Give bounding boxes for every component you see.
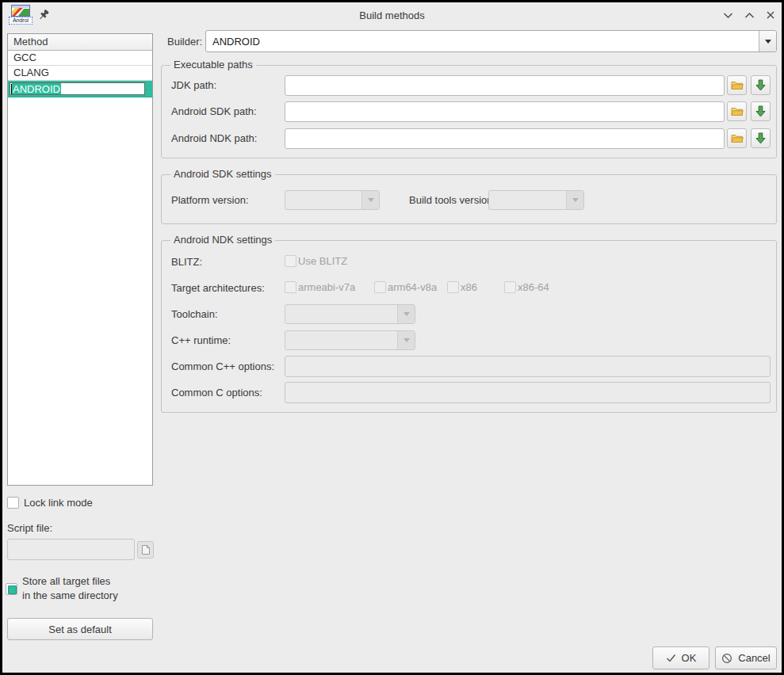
common-c-options-input[interactable] (285, 382, 771, 403)
chevron-down-icon (397, 305, 415, 323)
android-sdk-path-browse-button[interactable] (727, 101, 747, 121)
method-name-editor[interactable]: ANDROID (10, 82, 145, 95)
method-list: Method GCC CLANG ANDROID (7, 33, 153, 486)
folder-icon (731, 106, 744, 116)
chevron-down-icon (361, 191, 379, 209)
method-name-selected-text: ANDROID (12, 83, 61, 95)
green-down-arrow-icon (755, 132, 766, 144)
ok-button[interactable]: OK (652, 646, 709, 669)
toolchain-label: Toolchain: (171, 308, 218, 320)
jdk-path-browse-button[interactable] (727, 75, 747, 95)
script-file-input[interactable] (7, 539, 135, 560)
folder-icon (731, 80, 744, 90)
method-list-header: Method (8, 34, 152, 51)
executable-paths-group: Executable paths JDK path: Android SDK p… (161, 65, 777, 158)
store-target-files-row: Store all target files in the same direc… (6, 574, 118, 603)
arch-x86-64-option: x86-64 (504, 281, 549, 293)
common-cpp-options-label: Common C++ options: (171, 360, 274, 372)
lock-link-mode-label: Lock link mode (24, 497, 93, 509)
builder-label: Builder: (167, 36, 202, 48)
android-sdk-settings-group: Android SDK settings Platform version: B… (161, 174, 777, 224)
script-file-label: Script file: (7, 522, 52, 534)
platform-version-label: Platform version: (171, 194, 249, 206)
arch-x86-checkbox (447, 281, 459, 293)
check-icon (666, 654, 676, 662)
method-row-gcc[interactable]: GCC (8, 51, 152, 66)
jdk-path-download-button[interactable] (751, 75, 771, 95)
green-down-arrow-icon (755, 105, 766, 117)
arch-armeabi-v7a-option: armeabi-v7a (285, 281, 355, 293)
window-title: Build methods (82, 10, 702, 21)
toolchain-combobox (285, 304, 415, 324)
chevron-up-icon (744, 11, 755, 20)
close-icon (766, 10, 775, 20)
cancel-button[interactable]: Cancel (715, 646, 777, 669)
pin-button[interactable] (36, 7, 52, 23)
build-tools-version-label: Build tools version: (409, 194, 495, 206)
arch-armeabi-v7a-checkbox (285, 281, 296, 293)
android-ndk-settings-group: Android NDK settings BLITZ: Use BLITZ Ta… (161, 240, 777, 413)
chevron-down-icon (566, 191, 583, 209)
executable-paths-title: Executable paths (170, 59, 256, 71)
target-architectures-label: Target architectures: (171, 282, 265, 294)
cpp-runtime-label: C++ runtime: (171, 334, 231, 346)
folder-icon (731, 133, 744, 143)
android-ndk-path-label: Android NDK path: (171, 132, 257, 144)
cancel-icon (721, 653, 732, 664)
store-target-files-label: Store all target files in the same direc… (22, 574, 118, 603)
chevron-down-icon (723, 11, 733, 20)
arch-arm64-v8a-checkbox (374, 281, 386, 293)
jdk-path-label: JDK path: (171, 79, 216, 91)
method-row-clang[interactable]: CLANG (8, 66, 152, 81)
app-icon-label: Androi (9, 17, 33, 25)
chevron-down-icon (397, 331, 415, 349)
lock-link-mode-row: Lock link mode (7, 497, 93, 509)
blitz-label: BLITZ: (171, 256, 202, 268)
script-file-browse-button[interactable] (137, 541, 154, 559)
android-ndk-settings-title: Android NDK settings (170, 234, 275, 246)
lock-link-mode-checkbox[interactable] (7, 497, 19, 509)
use-blitz-option: Use BLITZ (285, 255, 347, 267)
method-row-android[interactable]: ANDROID (8, 81, 152, 97)
arch-x86-option: x86 (447, 281, 477, 293)
build-methods-dialog: Androi Build methods (0, 0, 784, 675)
build-tools-version-combobox (488, 190, 584, 210)
app-icon: Androi (9, 5, 33, 25)
use-blitz-label: Use BLITZ (298, 255, 347, 267)
common-cpp-options-input[interactable] (285, 356, 771, 377)
builder-combobox[interactable]: ANDROID (205, 30, 777, 52)
arch-arm64-v8a-option: arm64-v8a (374, 281, 437, 293)
android-ndk-path-input[interactable] (285, 128, 725, 149)
common-c-options-label: Common C options: (171, 387, 262, 399)
android-sdk-settings-title: Android SDK settings (170, 168, 275, 180)
green-down-arrow-icon (755, 79, 766, 91)
pin-icon (37, 9, 50, 21)
store-target-files-checkbox[interactable] (6, 583, 17, 595)
use-blitz-checkbox (285, 255, 296, 267)
builder-value: ANDROID (212, 31, 260, 51)
platform-version-combobox (285, 190, 380, 210)
chevron-down-icon (765, 40, 771, 44)
builder-dropdown-button[interactable] (759, 31, 776, 51)
android-sdk-path-label: Android SDK path: (171, 105, 257, 117)
document-icon (141, 544, 151, 555)
android-ndk-path-download-button[interactable] (751, 128, 771, 148)
titlebar: Androi Build methods (2, 2, 782, 28)
android-sdk-path-input[interactable] (285, 101, 725, 122)
android-ndk-path-browse-button[interactable] (727, 128, 747, 148)
cpp-runtime-combobox (285, 330, 415, 350)
jdk-path-input[interactable] (285, 75, 725, 96)
android-sdk-path-download-button[interactable] (751, 101, 771, 121)
close-button[interactable] (764, 9, 777, 21)
chevron-up-button[interactable] (743, 9, 755, 21)
arch-x86-64-checkbox (504, 281, 516, 293)
set-as-default-button[interactable]: Set as default (7, 618, 153, 640)
chevron-down-button[interactable] (721, 9, 734, 21)
app-window-icon (11, 5, 30, 17)
